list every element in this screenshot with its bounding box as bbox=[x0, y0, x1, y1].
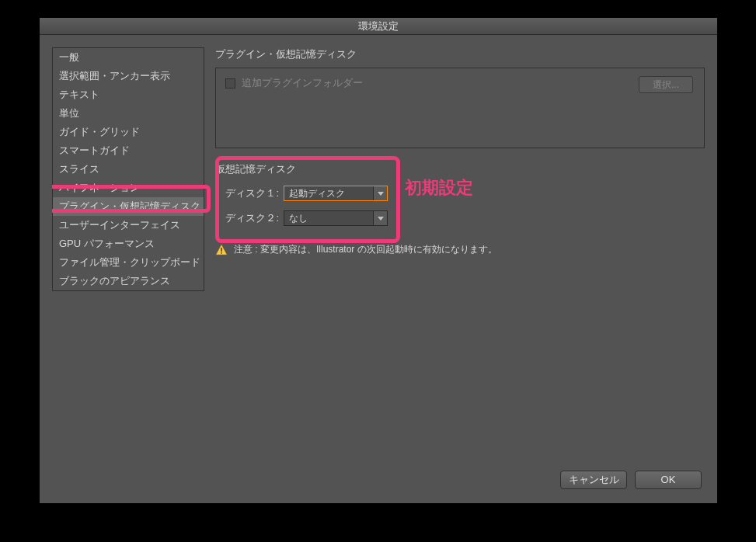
plugin-folder-row: 追加プラグインフォルダー bbox=[225, 76, 695, 90]
sidebar-item-black-appearance[interactable]: ブラックのアピアランス bbox=[53, 272, 204, 290]
sidebar-wrap: 一般 選択範囲・アンカー表示 テキスト 単位 ガイド・グリッド スマートガイド … bbox=[52, 47, 204, 460]
scratch-disk-group: 初期設定 仮想記憶ディスク ディスク１: 起動ディスク ディスク２: なし bbox=[215, 162, 705, 226]
notice-row: 注意 : 変更内容は、Illustrator の次回起動時に有効になります。 bbox=[215, 243, 705, 256]
window-body: 一般 選択範囲・アンカー表示 テキスト 単位 ガイド・グリッド スマートガイド … bbox=[40, 35, 717, 503]
disk-1-value: 起動ディスク bbox=[289, 187, 345, 200]
svg-rect-2 bbox=[221, 252, 222, 254]
main-row: 一般 選択範囲・アンカー表示 テキスト 単位 ガイド・グリッド スマートガイド … bbox=[52, 47, 705, 460]
sidebar-item-general[interactable]: 一般 bbox=[53, 48, 204, 67]
ok-button[interactable]: OK bbox=[635, 471, 702, 489]
disk-2-dropdown[interactable]: なし bbox=[284, 210, 388, 226]
sidebar-item-text[interactable]: テキスト bbox=[53, 85, 204, 104]
plugin-folder-spacer bbox=[225, 90, 695, 135]
disk-1-label: ディスク１: bbox=[215, 186, 279, 200]
disk-row-2: ディスク２: なし bbox=[215, 210, 705, 226]
category-sidebar: 一般 選択範囲・アンカー表示 テキスト 単位 ガイド・グリッド スマートガイド … bbox=[52, 47, 204, 291]
window-title: 環境設定 bbox=[40, 18, 717, 35]
cancel-button[interactable]: キャンセル bbox=[560, 471, 627, 489]
disk-2-label: ディスク２: bbox=[215, 211, 279, 225]
disk-2-value: なし bbox=[289, 212, 308, 225]
warning-icon bbox=[215, 244, 228, 256]
sidebar-item-smart-guides[interactable]: スマートガイド bbox=[53, 141, 204, 160]
sidebar-item-hyphenation[interactable]: ハイフネーション bbox=[53, 179, 204, 197]
sidebar-item-plugins-scratch[interactable]: プラグイン・仮想記憶ディスク bbox=[53, 197, 204, 216]
sidebar-item-gpu[interactable]: GPU パフォーマンス bbox=[53, 235, 204, 253]
additional-plugin-folder-label: 追加プラグインフォルダー bbox=[242, 76, 363, 90]
additional-plugin-folder-checkbox[interactable] bbox=[225, 78, 235, 89]
svg-rect-1 bbox=[221, 248, 222, 252]
chevron-down-icon bbox=[373, 186, 387, 200]
plugin-folder-fieldset: 追加プラグインフォルダー 選択... bbox=[215, 68, 705, 148]
sidebar-item-units[interactable]: 単位 bbox=[53, 104, 204, 123]
panel-heading: プラグイン・仮想記憶ディスク bbox=[215, 47, 705, 61]
disk-1-dropdown[interactable]: 起動ディスク bbox=[284, 186, 388, 201]
sidebar-item-slice[interactable]: スライス bbox=[53, 160, 204, 179]
content-panel: プラグイン・仮想記憶ディスク 追加プラグインフォルダー 選択... 初期設定 仮… bbox=[215, 47, 705, 460]
notice-text: 注意 : 変更内容は、Illustrator の次回起動時に有効になります。 bbox=[234, 243, 497, 256]
dialog-footer: キャンセル OK bbox=[52, 471, 705, 491]
chevron-down-icon bbox=[373, 211, 387, 225]
scratch-disk-title: 仮想記憶ディスク bbox=[215, 162, 705, 176]
preferences-window: 環境設定 一般 選択範囲・アンカー表示 テキスト 単位 ガイド・グリッド スマー… bbox=[39, 17, 718, 504]
sidebar-item-file-clipboard[interactable]: ファイル管理・クリップボード bbox=[53, 253, 204, 272]
sidebar-item-guides-grid[interactable]: ガイド・グリッド bbox=[53, 123, 204, 141]
sidebar-item-ui[interactable]: ユーザーインターフェイス bbox=[53, 216, 204, 235]
sidebar-item-selection-anchor[interactable]: 選択範囲・アンカー表示 bbox=[53, 67, 204, 85]
choose-folder-button[interactable]: 選択... bbox=[639, 76, 693, 93]
annotation-initial-settings: 初期設定 bbox=[405, 176, 473, 200]
